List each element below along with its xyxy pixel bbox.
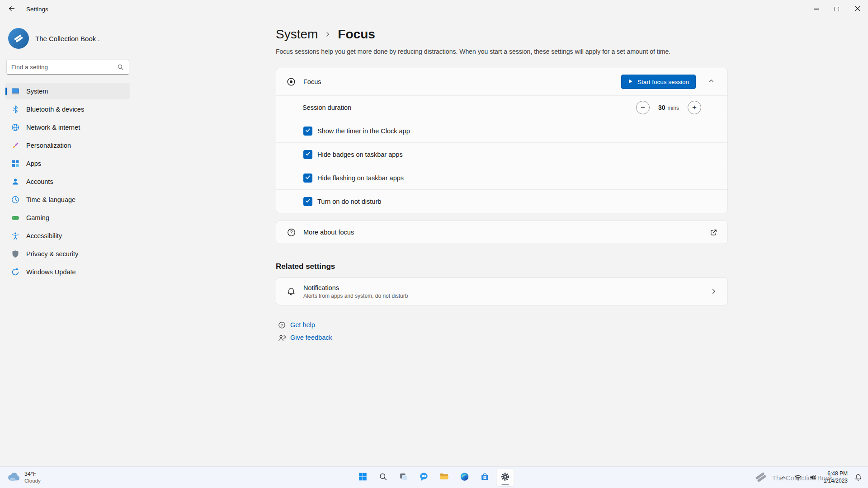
decrease-duration-button[interactable]: − (636, 101, 650, 114)
sidebar-item-system[interactable]: System (5, 83, 130, 99)
focus-header-row: Focus Start focus session (276, 68, 727, 95)
edge-browser-button[interactable] (456, 469, 474, 487)
checkmark-icon (305, 150, 311, 158)
give-feedback-link[interactable]: Give feedback (278, 333, 332, 342)
gear-icon (500, 472, 510, 483)
feedback-icon (278, 333, 286, 342)
sidebar-item-bluetooth-devices[interactable]: Bluetooth & devices (5, 101, 130, 117)
chevron-right-icon (710, 288, 717, 295)
wifi-icon[interactable] (794, 473, 803, 482)
paintbrush-icon (11, 141, 20, 150)
duration-value-group: 30 mins (656, 104, 681, 111)
focus-card: Focus Start focus session (276, 68, 728, 213)
checkmark-icon (305, 197, 311, 205)
focus-title: Focus (303, 78, 321, 85)
page-title: Focus (338, 27, 375, 42)
get-help-link[interactable]: ? Get help (278, 321, 315, 329)
system-icon (11, 87, 20, 96)
file-explorer-button[interactable] (435, 469, 453, 487)
option-label: Hide flashing on taskbar apps (317, 174, 404, 182)
weather-widget[interactable]: 34°F Cloudy (3, 468, 45, 487)
checkbox-show-timer[interactable] (303, 127, 312, 136)
maximize-button[interactable] (826, 0, 847, 18)
sidebar-item-network-internet[interactable]: Network & internet (5, 119, 130, 136)
notifications-title: Notifications (303, 284, 408, 291)
minus-icon: − (641, 103, 645, 111)
checkbox-do-not-disturb[interactable] (303, 197, 312, 206)
sidebar-item-label: Time & language (26, 196, 75, 203)
checkmark-icon (305, 174, 311, 182)
tray-date: 1/14/2023 (824, 478, 848, 485)
chat-icon (419, 472, 429, 483)
duration-value: 30 (658, 104, 665, 111)
more-about-focus-card[interactable]: ? More about focus (276, 221, 728, 244)
svg-text:?: ? (281, 323, 283, 327)
task-view-icon (399, 472, 408, 483)
volume-icon[interactable] (809, 473, 818, 482)
minimize-icon (814, 9, 819, 9)
play-icon (628, 79, 633, 85)
plus-icon: + (692, 103, 697, 111)
main-content: System Focus Focus sessions help you get… (136, 18, 868, 466)
footer-links: ? Get help Give feedback (276, 321, 728, 342)
sidebar-item-accessibility[interactable]: Accessibility (5, 227, 130, 244)
store-icon (480, 472, 490, 483)
search-input[interactable] (11, 64, 116, 70)
avatar (8, 28, 29, 49)
sidebar-item-accounts[interactable]: Accounts (5, 173, 130, 190)
option-row-hide-flashing: Hide flashing on taskbar apps (276, 166, 727, 189)
sidebar-item-apps[interactable]: Apps (5, 155, 130, 172)
folder-icon (439, 472, 449, 483)
hidden-icons-chevron-icon[interactable] (779, 473, 788, 482)
sidebar-item-gaming[interactable]: Gaming (5, 209, 130, 226)
option-row-show-timer: Show the timer in the Clock app (276, 119, 727, 142)
sidebar-item-label: Accounts (26, 178, 53, 185)
back-arrow-icon (8, 5, 15, 14)
start-focus-session-button[interactable]: Start focus session (621, 75, 696, 89)
collapse-expander-button[interactable] (705, 75, 717, 88)
titlebar: Settings (0, 0, 868, 18)
person-icon (11, 177, 20, 186)
start-button[interactable] (354, 469, 372, 487)
sidebar-item-label: Gaming (26, 214, 49, 221)
breadcrumb-system[interactable]: System (276, 27, 318, 42)
notifications-card[interactable]: Notifications Alerts from apps and syste… (276, 277, 728, 305)
bluetooth-icon (11, 105, 20, 114)
clock-widget[interactable]: 6:48 PM 1/14/2023 (824, 470, 848, 484)
back-button[interactable] (3, 1, 21, 17)
weather-text: 34°F Cloudy (24, 471, 41, 484)
tray-time: 6:48 PM (824, 470, 848, 478)
microsoft-store-button[interactable] (476, 469, 494, 487)
window-controls (806, 0, 868, 18)
checkbox-hide-flashing[interactable] (303, 174, 312, 183)
give-feedback-label: Give feedback (290, 334, 332, 341)
sidebar-item-personalization[interactable]: Personalization (5, 137, 130, 154)
sidebar: The Collection Book . System (0, 18, 136, 466)
page-description: Focus sessions help you get more done by… (276, 48, 728, 55)
cloud-icon (7, 471, 21, 483)
sidebar-item-privacy-security[interactable]: Privacy & security (5, 245, 130, 262)
task-view-button[interactable] (395, 469, 413, 487)
notifications-subtitle: Alerts from apps and system, do not dist… (303, 293, 408, 299)
option-row-hide-badges: Hide badges on taskbar apps (276, 142, 727, 166)
related-settings-header: Related settings (276, 262, 728, 271)
checkbox-hide-badges[interactable] (303, 150, 312, 159)
increase-duration-button[interactable]: + (688, 101, 701, 114)
sidebar-item-time-language[interactable]: Time & language (5, 191, 130, 208)
external-link-icon (710, 229, 717, 236)
minimize-button[interactable] (806, 0, 826, 18)
window-title: Settings (26, 6, 48, 13)
game-controller-icon (11, 213, 20, 222)
duration-stepper: − 30 mins + (636, 101, 701, 114)
sidebar-item-windows-update[interactable]: Windows Update (5, 263, 130, 280)
taskbar-tray: 6:48 PM 1/14/2023 (779, 470, 863, 484)
taskbar-search-button[interactable] (374, 469, 392, 487)
chevron-up-icon (708, 78, 715, 86)
maximize-icon (835, 7, 839, 11)
watermark-logo-icon (754, 470, 768, 486)
settings-app-button[interactable] (496, 469, 514, 487)
chat-button[interactable] (415, 469, 433, 487)
close-button[interactable] (847, 0, 868, 18)
notification-bell-icon[interactable] (854, 473, 863, 482)
breadcrumb: System Focus (276, 27, 728, 42)
